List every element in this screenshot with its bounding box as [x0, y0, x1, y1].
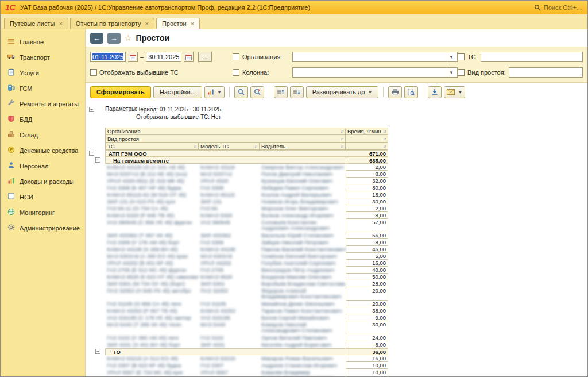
- settings-button[interactable]: Настройки...: [153, 86, 202, 98]
- header-organization[interactable]: Организация↓↑: [105, 128, 346, 135]
- downtime-type-input[interactable]: [509, 67, 583, 78]
- report-variants-button[interactable]: ▼: [204, 86, 225, 98]
- tab[interactable]: Путевые листы×: [4, 18, 68, 29]
- sort-icons[interactable]: ↓↑: [383, 135, 386, 143]
- report-detail-row[interactable]: КАМАЗ 5320 (Р 845 ТВ 45)КАМАЗ 5320Волков…: [88, 212, 587, 219]
- report-detail-row[interactable]: КАМАЗ 6520 (К 623 НТ 45) самосвалКАМАЗ 6…: [88, 274, 587, 280]
- report-group-row[interactable]: −На текущем ремонте635,00: [88, 157, 587, 164]
- downtime-type-checkbox[interactable]: [458, 69, 465, 76]
- sidebar-item-денежные-средства[interactable]: РДенежные средства: [1, 143, 85, 158]
- sort-icons[interactable]: ↓↑: [341, 128, 343, 135]
- organization-combo[interactable]: ▼: [292, 52, 458, 62]
- sidebar-item-мониторинг[interactable]: Мониторинг: [1, 205, 85, 220]
- back-button[interactable]: ←: [90, 33, 103, 44]
- sidebar-item-гсм[interactable]: ГСМ: [1, 80, 85, 96]
- header-time[interactable]: Время, ч:мин↓↑: [346, 128, 388, 135]
- report-group-row[interactable]: −АТП ГЭМ ООО671,00: [88, 150, 587, 157]
- sidebar-item-бдд[interactable]: БДД: [1, 111, 85, 127]
- header-tc[interactable]: ТС↓↑: [105, 143, 199, 150]
- sidebar-item-ремонты-и-агрегаты[interactable]: Ремонты и агрегаты: [1, 96, 85, 111]
- sidebar-item-нси[interactable]: НСИ: [1, 189, 85, 205]
- tc-checkbox[interactable]: [458, 53, 465, 60]
- report-detail-row[interactable]: УРАЛ 5557 (Е 734 МС 45) кунгУРАЛ 5557Ков…: [88, 369, 587, 376]
- find-button[interactable]: [234, 86, 248, 98]
- column-combo[interactable]: ▼: [292, 67, 458, 78]
- date-to-input[interactable]: 30.11.2025: [146, 52, 181, 62]
- tab-close-icon[interactable]: ×: [191, 21, 194, 26]
- print-button[interactable]: [388, 86, 402, 98]
- expand-groups-button[interactable]: [290, 86, 304, 98]
- tab[interactable]: Отчеты по транспорту×: [70, 18, 154, 29]
- report-detail-row[interactable]: КАМАЗ 65115-62 (М 518 ОТ 45)КАМАЗ 65115К…: [88, 191, 587, 198]
- report-detail-row[interactable]: ЗИЛ 131 (Н 623 РХ 45) кунгЗИЛ 131Новиков…: [88, 198, 587, 205]
- report-detail-row[interactable]: ЗИЛ 433362 (Т 067 ХК 45)ЗИЛ 433362Василь…: [88, 232, 587, 239]
- report-detail-row[interactable]: УАЗ 390945 (С 956 УЕ 45) фургонУАЗ 39094…: [88, 219, 587, 232]
- report-detail-row[interactable]: ЗИЛ 5301 (М 734 ОУ 45) (борт)ЗИЛ 5301Вор…: [88, 280, 587, 287]
- chevron-down-icon[interactable]: ▼: [447, 68, 455, 77]
- date-to-calendar-button[interactable]: [184, 52, 194, 62]
- header-driver[interactable]: Водитель↓↑: [260, 143, 346, 150]
- show-retired-checkbox[interactable]: [90, 69, 97, 76]
- send-email-button[interactable]: ▼: [444, 86, 465, 98]
- report-detail-row[interactable]: КАМАЗ 53215 (А 512 ЕО 45)КАМАЗ 53215Мака…: [88, 355, 587, 362]
- sort-icons[interactable]: ↓↑: [383, 128, 386, 135]
- sidebar-item-услуги[interactable]: Услуги: [1, 65, 85, 80]
- report-detail-row[interactable]: ГАЗ 2705 (Е 512 МС 45) фургонГАЗ 2705Вин…: [88, 267, 587, 274]
- date-from-input[interactable]: 01.11.2025: [90, 52, 126, 62]
- sort-icons[interactable]: ↓↑: [341, 143, 343, 150]
- tab-close-icon[interactable]: ×: [59, 21, 62, 26]
- report-detail-row[interactable]: КАМАЗ 43253 (Р 067 ТВ 45)КАМАЗ 43253Тара…: [88, 307, 587, 314]
- collapse-group-icon[interactable]: −: [95, 157, 100, 163]
- report-detail-row[interactable]: ГАЗ 3102 (У 390 АМ 45) легкГАЗ 3102Орлов…: [88, 334, 587, 341]
- report-detail-row[interactable]: МАЗ 5337А2 (В 212 КЕ 45) (хоз)МАЗ 5337А2…: [88, 171, 587, 178]
- collapse-groups-button[interactable]: [274, 86, 288, 98]
- tc-input[interactable]: [481, 52, 583, 62]
- forward-button[interactable]: →: [107, 33, 121, 44]
- report-detail-row[interactable]: КАМАЗ 44108 (Х 289 ВН 45)КАМАЗ 44108Павл…: [88, 246, 587, 253]
- expand-to-button[interactable]: Разворачивать до ▼: [306, 86, 379, 98]
- column-checkbox[interactable]: [233, 69, 239, 76]
- header-time-2[interactable]: ↓↑: [346, 135, 388, 143]
- sidebar-item-персонал[interactable]: Персонал: [1, 158, 85, 174]
- report-detail-row[interactable]: ГАЗ 3308 (К 407 НР 45) будкаГАЗ 3308Лебе…: [88, 184, 587, 191]
- generate-button[interactable]: Сформировать: [90, 86, 151, 98]
- sort-icons[interactable]: ↓↑: [254, 143, 257, 150]
- report-detail-row[interactable]: КАМАЗ 43118-10 (А 101 АВ 45)КАМАЗ 43118С…: [88, 164, 587, 171]
- header-downtime-type[interactable]: Вид простоя↓↑: [105, 135, 346, 143]
- sidebar-item-главное[interactable]: Главное: [1, 34, 85, 49]
- report-group-row[interactable]: −ТО36,00: [88, 348, 587, 355]
- sort-icons[interactable]: ↓↑: [383, 143, 386, 150]
- favorite-star-icon[interactable]: ☆: [125, 33, 132, 43]
- header-time-3[interactable]: ↓↑: [346, 143, 388, 150]
- save-button[interactable]: [428, 86, 442, 98]
- report-detail-row[interactable]: УАЗ 315195 (С 178 УЕ 45) хантерУАЗ 31519…: [88, 314, 587, 321]
- tab-close-icon[interactable]: ×: [145, 21, 148, 26]
- clear-find-button[interactable]: [250, 86, 264, 98]
- sidebar-item-транспорт[interactable]: Транспорт: [1, 49, 85, 65]
- report-detail-row[interactable]: ЗИЛ 4331 (Х 401 ВН 45) бортЗИЛ 4331Кисел…: [88, 341, 587, 348]
- report-detail-row[interactable]: ГАЗ 3309 (У 178 АМ 45) бортГАЗ 3309Зайце…: [88, 239, 587, 246]
- collapse-group-icon[interactable]: −: [95, 349, 100, 354]
- collapse-group-icon[interactable]: −: [89, 151, 94, 156]
- report-detail-row[interactable]: УРАЛ 4320-0911 (Е 315 МК 45)УРАЛ 4320Куз…: [88, 178, 587, 184]
- report-detail-row[interactable]: УРАЛ 44202 (В 401 КР 45)УРАЛ 44202Голубе…: [88, 260, 587, 267]
- sidebar-item-склад[interactable]: Склад: [1, 127, 85, 143]
- report-detail-row[interactable]: МАЗ 5440 (Т 289 ХК 45) тягачМАЗ 5440Кома…: [88, 321, 587, 334]
- report-detail-row[interactable]: МАЗ 6303А8 (А 390 ЕО 45) кранМАЗ 6303А8С…: [88, 253, 587, 260]
- date-from-calendar-button[interactable]: [128, 52, 138, 62]
- chevron-down-icon[interactable]: ▼: [447, 52, 455, 61]
- report-detail-row[interactable]: ГАЗ 3307 (В 623 КР 45) будкаГАЗ 3307Андр…: [88, 362, 587, 369]
- sidebar-item-доходы-и-расходы[interactable]: Доходы и расходы: [1, 174, 85, 189]
- sort-icons[interactable]: ↓↑: [194, 143, 196, 150]
- report-detail-row[interactable]: ГАЗ 66-11 (О 734 СА 45)ГАЗ 66Морозов Оле…: [88, 205, 587, 212]
- header-model[interactable]: Модель ТС↓↑: [199, 143, 260, 150]
- report-detail-row[interactable]: ПАЗ 32053 (Н 845 РХ 45) автобусПАЗ 32053…: [88, 287, 587, 301]
- tab[interactable]: Простои×: [156, 18, 200, 29]
- collapse-report-icon[interactable]: −: [89, 107, 94, 112]
- period-more-button[interactable]: ...: [198, 52, 212, 62]
- sort-icons[interactable]: ↓↑: [341, 135, 343, 143]
- print-preview-button[interactable]: [404, 86, 418, 98]
- global-search[interactable]: Поиск Ctrl+...: [534, 4, 582, 11]
- report-detail-row[interactable]: ГАЗ 31105 (О 956 СА 45) легкГАЗ 31105Мих…: [88, 301, 587, 307]
- sidebar-item-администрирование[interactable]: Администрирование: [1, 220, 85, 236]
